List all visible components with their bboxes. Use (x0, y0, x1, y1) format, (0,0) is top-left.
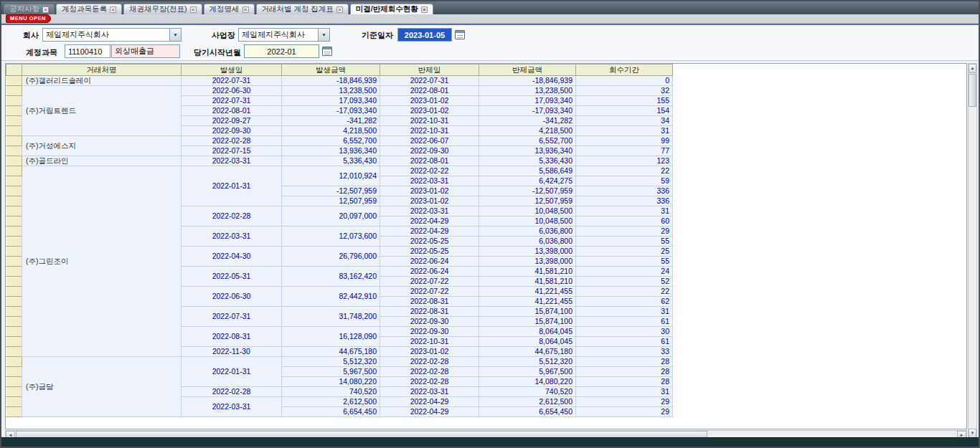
settle-date-cell[interactable]: 2022-04-29 (380, 397, 479, 407)
vscroll-thumb[interactable] (969, 74, 976, 107)
settle-date-cell[interactable]: 2023-01-02 (380, 186, 479, 196)
occur-date-cell[interactable]: 2022-03-31 (182, 397, 282, 417)
column-header[interactable]: 발생금액 (282, 65, 380, 76)
settle-amount-cell[interactable]: 13,398,000 (479, 257, 576, 267)
row-indicator[interactable] (6, 297, 22, 307)
base-date-input[interactable]: 2023-01-05 (397, 28, 452, 42)
close-icon[interactable]: × (42, 6, 49, 13)
settle-date-cell[interactable]: 2022-09-30 (380, 327, 479, 337)
settle-date-cell[interactable]: 2022-06-07 (380, 136, 479, 146)
customer-cell[interactable]: (주)금담 (22, 357, 182, 417)
occur-amount-cell[interactable]: 4,218,500 (282, 126, 380, 136)
settle-date-cell[interactable]: 2022-04-29 (380, 216, 479, 227)
collection-period-cell[interactable]: 28 (576, 377, 673, 387)
occur-amount-cell[interactable]: 5,967,500 (282, 367, 380, 377)
collection-period-cell[interactable]: 60 (576, 216, 673, 227)
bizplace-select[interactable]: 제일제지주식회사 ▼ (238, 28, 330, 42)
collection-period-cell[interactable]: 31 (576, 206, 673, 216)
collection-period-cell[interactable]: 99 (576, 136, 673, 146)
settle-date-cell[interactable]: 2022-10-31 (380, 116, 479, 126)
tab[interactable]: 거래처별 계정 집계표× (256, 4, 349, 14)
occur-amount-cell[interactable]: 83,162,420 (282, 267, 380, 287)
occur-date-cell[interactable]: 2022-11-30 (182, 347, 282, 357)
settle-date-cell[interactable]: 2022-10-31 (380, 126, 479, 136)
period-input[interactable]: 2022-01 (244, 44, 319, 58)
row-indicator[interactable] (6, 126, 22, 136)
occur-amount-cell[interactable]: 31,748,200 (282, 307, 380, 327)
row-indicator[interactable] (6, 186, 22, 196)
collection-period-cell[interactable]: 29 (576, 397, 673, 407)
occur-amount-cell[interactable]: 12,073,600 (282, 227, 380, 247)
settle-date-cell[interactable]: 2022-09-30 (380, 146, 479, 156)
row-indicator[interactable] (6, 247, 22, 257)
row-indicator[interactable] (6, 307, 22, 317)
occur-date-cell[interactable]: 2022-06-30 (182, 86, 282, 96)
settle-date-cell[interactable]: 2022-08-01 (380, 86, 479, 96)
occur-amount-cell[interactable]: 12,010,924 (282, 166, 380, 186)
collection-period-cell[interactable]: 28 (576, 367, 673, 377)
settle-date-cell[interactable]: 2022-02-22 (380, 166, 479, 176)
tab[interactable]: 계정명세× (204, 4, 255, 14)
collection-period-cell[interactable]: 336 (576, 186, 673, 196)
row-indicator[interactable] (6, 387, 22, 397)
settle-amount-cell[interactable]: 10,048,500 (479, 206, 576, 216)
column-header[interactable]: 반제금액 (479, 65, 576, 76)
settle-date-cell[interactable]: 2022-07-31 (380, 76, 479, 86)
row-indicator[interactable] (6, 287, 22, 297)
row-indicator[interactable] (6, 116, 22, 126)
close-icon[interactable]: × (242, 6, 249, 13)
row-indicator[interactable] (6, 76, 22, 86)
row-indicator[interactable] (6, 357, 22, 367)
settle-date-cell[interactable]: 2022-05-25 (380, 237, 479, 247)
occur-amount-cell[interactable]: 5,336,430 (282, 156, 380, 166)
settle-amount-cell[interactable]: 14,080,220 (479, 377, 576, 387)
settle-amount-cell[interactable]: -341,282 (479, 116, 576, 126)
settle-date-cell[interactable]: 2023-01-02 (380, 106, 479, 116)
customer-cell[interactable]: (주)그린조이 (22, 166, 182, 357)
row-indicator[interactable] (6, 317, 22, 327)
row-indicator[interactable] (6, 136, 22, 146)
settle-date-cell[interactable]: 2022-02-28 (380, 357, 479, 367)
row-indicator[interactable] (6, 166, 22, 176)
collection-period-cell[interactable]: 0 (576, 76, 673, 86)
settle-amount-cell[interactable]: -17,093,340 (479, 106, 576, 116)
settle-date-cell[interactable]: 2022-07-22 (380, 277, 479, 287)
chevron-down-icon[interactable]: ▼ (169, 29, 181, 41)
close-icon[interactable]: × (190, 6, 197, 13)
occur-date-cell[interactable]: 2022-09-30 (182, 126, 282, 136)
occur-date-cell[interactable]: 2022-04-30 (182, 247, 282, 267)
occur-date-cell[interactable]: 2022-02-28 (182, 136, 282, 146)
collection-period-cell[interactable]: 155 (576, 96, 673, 106)
settle-amount-cell[interactable]: -12,507,959 (479, 186, 576, 196)
row-indicator[interactable] (6, 237, 22, 247)
collection-period-cell[interactable]: 22 (576, 166, 673, 176)
occur-date-cell[interactable]: 2022-02-28 (182, 387, 282, 397)
settle-amount-cell[interactable]: 41,581,210 (479, 277, 576, 287)
row-indicator[interactable] (6, 146, 22, 156)
row-indicator[interactable] (6, 227, 22, 237)
collection-period-cell[interactable]: 31 (576, 387, 673, 397)
settle-date-cell[interactable]: 2022-06-24 (380, 267, 479, 277)
settle-date-cell[interactable]: 2022-10-31 (380, 337, 479, 347)
settle-amount-cell[interactable]: 44,675,180 (479, 347, 576, 357)
occur-date-cell[interactable]: 2022-01-31 (182, 166, 282, 206)
column-header[interactable]: 회수기간 (576, 65, 673, 76)
chevron-down-icon[interactable]: ▼ (318, 29, 329, 41)
occur-amount-cell[interactable]: 6,552,700 (282, 136, 380, 146)
row-indicator[interactable] (6, 257, 22, 267)
settle-amount-cell[interactable]: 4,218,500 (479, 126, 576, 136)
occur-amount-cell[interactable]: 2,612,500 (282, 397, 380, 407)
settle-date-cell[interactable]: 2023-01-02 (380, 347, 479, 357)
occur-date-cell[interactable]: 2022-03-31 (182, 156, 282, 166)
column-header[interactable]: 발생일 (182, 65, 282, 76)
row-indicator[interactable] (6, 267, 22, 277)
row-indicator[interactable] (6, 216, 22, 227)
occur-amount-cell[interactable]: 12,507,959 (282, 196, 380, 206)
collection-period-cell[interactable]: 32 (576, 86, 673, 96)
settle-amount-cell[interactable]: 41,221,455 (479, 297, 576, 307)
settle-date-cell[interactable]: 2022-04-29 (380, 407, 479, 417)
settle-amount-cell[interactable]: 13,936,340 (479, 146, 576, 156)
settle-date-cell[interactable]: 2022-02-28 (380, 367, 479, 377)
customer-cell[interactable]: (주)갤러리드솔레이 (22, 76, 182, 86)
occur-amount-cell[interactable]: 20,097,000 (282, 206, 380, 227)
